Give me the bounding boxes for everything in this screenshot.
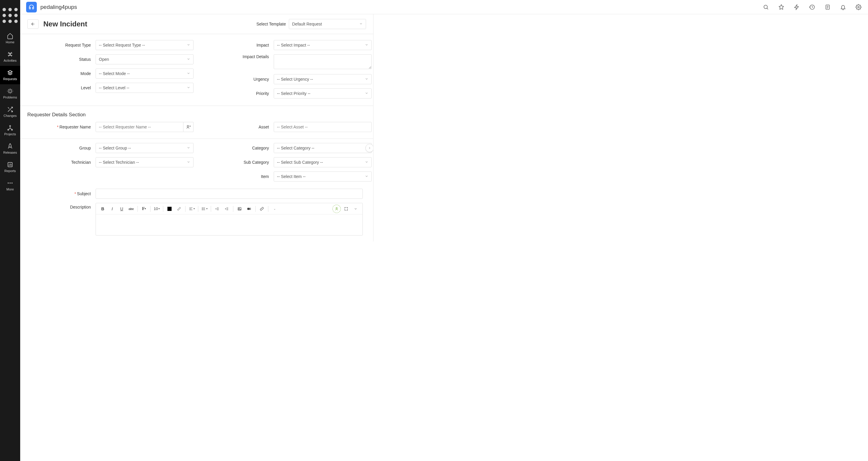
item-select[interactable]: -- Select Item -- <box>274 171 372 182</box>
settings-button[interactable] <box>855 4 862 11</box>
video-icon <box>247 207 251 211</box>
highlight-button[interactable] <box>175 204 183 213</box>
page-header: New Incident Select Template Default Req… <box>20 14 373 34</box>
impact-select[interactable]: -- Select Impact -- <box>274 40 372 50</box>
activities-icon <box>7 51 13 58</box>
template-label: Select Template <box>256 22 286 26</box>
chevron-down-icon <box>187 146 190 151</box>
link-icon <box>260 207 264 211</box>
align-button[interactable]: ▾ <box>187 204 196 213</box>
apps-menu-button[interactable] <box>0 3 20 29</box>
user-plus-icon <box>186 125 191 129</box>
mode-select[interactable]: -- Select Mode -- <box>96 69 193 78</box>
urgency-select[interactable]: -- Select Urgency -- <box>274 74 372 84</box>
impact-details-textarea[interactable] <box>274 54 372 69</box>
sub-category-select[interactable]: -- Select Sub Category -- <box>274 157 372 167</box>
page-title: New Incident <box>43 20 252 28</box>
chevron-down-icon <box>365 91 368 96</box>
toolbar-dropdown-button[interactable] <box>351 204 360 213</box>
expand-panel-button[interactable] <box>365 144 373 152</box>
history-button[interactable] <box>809 4 816 11</box>
category-select[interactable]: -- Select Category -- <box>274 143 372 153</box>
sidebar-item-more[interactable]: More <box>0 176 20 195</box>
notes-button[interactable] <box>824 4 831 11</box>
priority-select[interactable]: -- Select Priority -- <box>274 89 372 98</box>
svg-point-5 <box>14 14 18 17</box>
indent-button[interactable] <box>222 204 231 213</box>
history-icon <box>809 4 815 10</box>
sidebar-item-label: Changes <box>4 114 17 118</box>
font-size-button[interactable]: 10▾ <box>152 204 161 213</box>
more-tools-button[interactable]: ⌄ <box>270 204 279 213</box>
search-button[interactable] <box>762 4 770 11</box>
chevron-down-icon <box>187 160 190 165</box>
requester-name-input[interactable] <box>96 122 183 132</box>
svg-point-7 <box>8 20 11 23</box>
highlight-icon <box>177 207 181 211</box>
sidebar-item-problems[interactable]: Problems <box>0 84 20 103</box>
pin-icon <box>778 4 784 10</box>
quick-action-button[interactable] <box>793 4 800 11</box>
chevron-down-icon <box>187 71 190 76</box>
image-button[interactable] <box>235 204 244 213</box>
svg-point-27 <box>336 207 338 209</box>
fullscreen-button[interactable] <box>342 204 350 213</box>
app-name: pedaling4pups <box>40 4 77 10</box>
sidebar-item-label: Home <box>6 40 14 44</box>
template-select-value: Default Request <box>292 22 322 26</box>
technician-label: Technician <box>27 160 96 165</box>
description-editor: B I U abc F▾ 10▾ ▾ ▾ <box>96 203 363 235</box>
description-label: Description <box>27 203 96 209</box>
status-select[interactable]: Open <box>96 54 193 64</box>
pin-button[interactable] <box>778 4 785 11</box>
list-button[interactable]: ▾ <box>200 204 209 213</box>
underline-button[interactable]: U <box>117 204 126 213</box>
sidebar-item-projects[interactable]: Projects <box>0 121 20 139</box>
svg-point-17 <box>764 5 767 9</box>
subject-input[interactable] <box>96 189 363 199</box>
sidebar-item-changes[interactable]: Changes <box>0 103 20 121</box>
bolt-icon <box>794 4 800 10</box>
svg-point-10 <box>9 126 11 127</box>
sidebar-item-home[interactable]: Home <box>0 29 20 47</box>
bold-button[interactable]: B <box>98 204 107 213</box>
status-label: Status <box>27 57 96 62</box>
bell-icon <box>840 4 846 10</box>
sidebar-item-reports[interactable]: Reports <box>0 158 20 176</box>
link-button[interactable] <box>257 204 266 213</box>
request-type-select[interactable]: -- Select Request Type -- <box>96 40 193 50</box>
sidebar-item-activities[interactable]: Activities <box>0 47 20 66</box>
asset-input[interactable] <box>274 122 372 132</box>
chevron-down-icon <box>359 22 363 26</box>
svg-point-9 <box>9 90 11 92</box>
notifications-button[interactable] <box>839 4 847 11</box>
gear-icon <box>856 4 862 10</box>
svg-point-1 <box>8 8 11 11</box>
group-label: Group <box>27 146 96 151</box>
outdent-button[interactable] <box>213 204 222 213</box>
group-select[interactable]: -- Select Group -- <box>96 143 193 153</box>
sidebar-item-requests[interactable]: Requests <box>0 66 20 84</box>
chevron-down-icon <box>365 77 368 81</box>
chevron-down-icon <box>365 160 368 165</box>
italic-button[interactable]: I <box>108 204 117 213</box>
level-select[interactable]: -- Select Level -- <box>96 83 193 93</box>
strike-button[interactable]: abc <box>127 204 136 213</box>
back-button[interactable] <box>27 19 39 29</box>
urgency-label: Urgency <box>206 77 274 81</box>
technician-select[interactable]: -- Select Technician -- <box>96 157 193 167</box>
video-button[interactable] <box>245 204 253 213</box>
sidebar-item-releases[interactable]: Releases <box>0 139 20 158</box>
svg-rect-26 <box>248 208 250 210</box>
add-requester-button[interactable] <box>183 122 193 132</box>
sidebar-item-label: Reports <box>4 169 16 173</box>
app-logo <box>26 2 37 12</box>
template-select[interactable]: Default Request <box>289 19 366 29</box>
level-label: Level <box>27 86 96 90</box>
ai-assist-button[interactable] <box>332 204 341 213</box>
ai-icon <box>335 207 339 211</box>
font-family-button[interactable]: F▾ <box>140 204 148 213</box>
text-color-button[interactable] <box>165 204 174 213</box>
editor-content[interactable] <box>96 215 363 235</box>
chevron-down-icon <box>187 57 190 62</box>
